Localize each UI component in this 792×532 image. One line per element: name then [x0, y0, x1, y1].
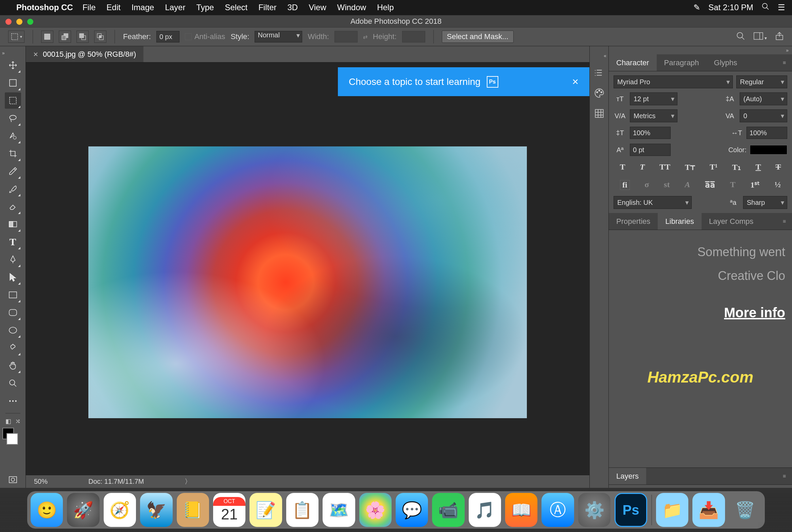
- window-minimize-button[interactable]: [16, 19, 22, 25]
- dock-trash[interactable]: 🗑️: [729, 493, 761, 527]
- discretionary-button[interactable]: st: [664, 180, 670, 190]
- zoom-level[interactable]: 50%: [34, 478, 48, 485]
- history-icon[interactable]: [593, 67, 605, 79]
- notification-center-icon[interactable]: ☰: [778, 3, 785, 12]
- tablet-icon[interactable]: ✎: [693, 3, 700, 12]
- tab-properties[interactable]: Properties: [609, 213, 658, 230]
- tab-glyphs[interactable]: Glyphs: [706, 54, 744, 71]
- bold-button[interactable]: T: [620, 162, 625, 172]
- tooltip-close-icon[interactable]: ×: [572, 75, 579, 88]
- intersect-selection-icon[interactable]: [94, 31, 106, 43]
- ellipse-tool[interactable]: [5, 322, 21, 338]
- lasso-tool[interactable]: [5, 110, 21, 126]
- dock-reminders[interactable]: 📋: [286, 493, 318, 527]
- panel-menu-icon[interactable]: ≡: [777, 60, 792, 66]
- background-color[interactable]: [6, 433, 18, 445]
- kerning-dropdown[interactable]: Metrics: [630, 109, 677, 122]
- subtract-selection-icon[interactable]: [76, 31, 89, 43]
- dock-contacts[interactable]: 📒: [177, 493, 209, 527]
- vert-scale-input[interactable]: [630, 127, 671, 139]
- superscript-button[interactable]: T¹: [710, 162, 718, 172]
- select-and-mask-button[interactable]: Select and Mask...: [442, 31, 514, 43]
- ligatures-button[interactable]: fi: [620, 180, 630, 190]
- panels-collapse-icon[interactable]: »: [609, 46, 792, 54]
- fractions-button[interactable]: ½: [775, 180, 781, 190]
- rectangular-marquee-tool[interactable]: [5, 92, 21, 109]
- eyedropper-tool[interactable]: [5, 163, 21, 179]
- color-palette-icon[interactable]: [593, 87, 605, 99]
- rectangle-tool[interactable]: [5, 287, 21, 303]
- window-maximize-button[interactable]: [27, 19, 33, 25]
- dock-appstore[interactable]: Ⓐ: [541, 493, 574, 527]
- artboard-tool[interactable]: [5, 75, 21, 91]
- subscript-button[interactable]: T₁: [732, 162, 741, 172]
- ordinals-button[interactable]: 1ˢᵗ: [750, 180, 760, 190]
- menu-3d[interactable]: 3D: [288, 3, 298, 12]
- menu-filter[interactable]: Filter: [258, 3, 276, 12]
- dock-applications-folder[interactable]: 📁: [656, 493, 688, 527]
- tab-layer-comps[interactable]: Layer Comps: [702, 213, 761, 230]
- stylistic-alt-button[interactable]: a̅a̅: [705, 180, 715, 190]
- dock-finder[interactable]: 🙂: [31, 493, 63, 527]
- zoom-tool[interactable]: [5, 375, 21, 391]
- add-selection-icon[interactable]: [59, 31, 71, 43]
- dock-facetime[interactable]: 📹: [432, 493, 464, 527]
- eraser-tool[interactable]: [5, 198, 21, 215]
- tool-preset-picker[interactable]: ▾: [8, 31, 24, 43]
- type-tool[interactable]: T: [5, 234, 21, 250]
- crop-tool[interactable]: [5, 145, 21, 162]
- move-tool[interactable]: [5, 57, 21, 73]
- dock-calendar[interactable]: OCT 21: [213, 493, 245, 527]
- swash-button[interactable]: A: [685, 180, 690, 190]
- menu-select[interactable]: Select: [225, 3, 247, 12]
- allcaps-button[interactable]: TT: [659, 162, 670, 172]
- menu-file[interactable]: File: [83, 3, 96, 12]
- menu-help[interactable]: Help: [377, 3, 394, 12]
- dock-safari[interactable]: 🧭: [104, 493, 136, 527]
- panel-menu-icon[interactable]: ≡: [777, 218, 792, 225]
- brush-tool[interactable]: [5, 181, 21, 197]
- dock-maps[interactable]: 🗺️: [323, 493, 355, 527]
- swap-colors-icon[interactable]: ⤭: [15, 418, 20, 425]
- dock-mail[interactable]: 🦅: [140, 493, 172, 527]
- document-tab[interactable]: × 00015.jpg @ 50% (RGB/8#): [26, 46, 143, 62]
- leading-dropdown[interactable]: (Auto): [740, 92, 787, 105]
- style-dropdown[interactable]: Normal: [255, 31, 302, 42]
- pen-tool[interactable]: [5, 251, 21, 268]
- contextual-alt-button[interactable]: σ: [644, 180, 649, 190]
- color-swatches[interactable]: [4, 428, 21, 445]
- search-icon[interactable]: [736, 31, 745, 42]
- language-dropdown[interactable]: English: UK: [614, 196, 692, 209]
- spotlight-icon[interactable]: [761, 2, 770, 13]
- window-close-button[interactable]: [5, 19, 12, 25]
- quick-selection-tool[interactable]: [5, 128, 21, 144]
- menu-window[interactable]: Window: [337, 3, 366, 12]
- underline-button[interactable]: T: [756, 162, 761, 172]
- feather-input[interactable]: [156, 31, 179, 42]
- italic-button[interactable]: T: [640, 162, 645, 172]
- status-flyout-icon[interactable]: 〉: [185, 477, 191, 486]
- canvas[interactable]: Choose a topic to start learning Ps ×: [26, 63, 589, 475]
- tab-close-icon[interactable]: ×: [33, 50, 38, 59]
- quick-mask-icon[interactable]: [5, 472, 21, 488]
- menu-image[interactable]: Image: [132, 3, 154, 12]
- font-family-dropdown[interactable]: Myriad Pro: [614, 75, 733, 88]
- dock-messages[interactable]: 💬: [396, 493, 428, 527]
- custom-shape-tool[interactable]: [5, 340, 21, 356]
- new-selection-icon[interactable]: [41, 31, 53, 43]
- font-size-dropdown[interactable]: 12 pt: [630, 92, 677, 105]
- dock-photos[interactable]: 🌸: [359, 493, 392, 527]
- share-icon[interactable]: [775, 32, 784, 42]
- dock-ibooks[interactable]: 📖: [505, 493, 537, 527]
- more-info-link[interactable]: More info: [724, 305, 785, 320]
- menu-view[interactable]: View: [309, 3, 326, 12]
- titling-alt-button[interactable]: T: [730, 180, 736, 190]
- dock-photoshop[interactable]: Ps: [615, 493, 647, 527]
- app-name[interactable]: Photoshop CC: [16, 3, 73, 12]
- strip-collapse-icon[interactable]: «: [604, 53, 606, 58]
- grid-icon[interactable]: [593, 107, 605, 120]
- anti-alias-dropdown[interactable]: Sharp: [743, 196, 787, 209]
- dock-system-preferences[interactable]: ⚙️: [578, 493, 610, 527]
- menu-layer[interactable]: Layer: [165, 3, 185, 12]
- menu-type[interactable]: Type: [196, 3, 214, 12]
